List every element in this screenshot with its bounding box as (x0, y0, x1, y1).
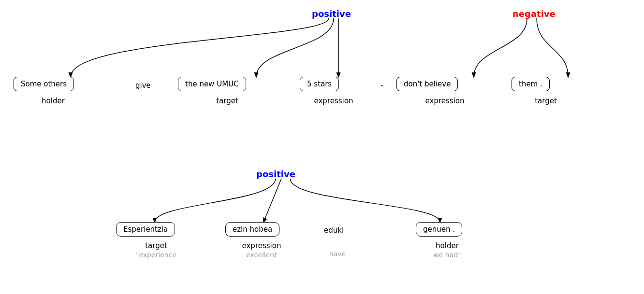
positive-label-1: positive (312, 9, 351, 19)
label-eduki-translation: have (318, 250, 357, 258)
word-dash: - (381, 81, 383, 90)
label-esperientzia-translation: "experience (122, 251, 190, 259)
node-dont-believe: don't believe (396, 77, 458, 91)
label-5-stars-role: expression (305, 97, 363, 105)
label-some-others-role: holder (24, 97, 82, 105)
word-give: give (135, 81, 151, 90)
label-ezin-hobea-role: expression (230, 241, 293, 250)
label-them-role: target (522, 97, 570, 105)
node-them: them . (512, 77, 550, 91)
label-genuen-role: holder (421, 241, 474, 250)
label-the-new-umuc-role: target (189, 97, 266, 105)
node-5-stars: 5 stars (300, 77, 339, 91)
svg-line-1 (263, 179, 281, 222)
label-genuen-translation: we had" (418, 251, 476, 259)
node-genuen: genuen . (416, 222, 462, 237)
node-some-others: Some others (14, 77, 74, 91)
word-eduki: eduki (324, 226, 344, 235)
negative-label-1: negative (512, 9, 556, 19)
label-dont-believe-role: expression (406, 97, 483, 105)
node-esperientzia: Esperientzia (116, 222, 175, 237)
positive-label-2: positive (256, 169, 295, 179)
node-the-new-umuc: the new UMUC (178, 77, 246, 91)
node-ezin-hobea: ezin hobea (225, 222, 279, 237)
label-esperientzia-role: target (122, 241, 190, 250)
label-ezin-hobea-translation: excellent (230, 251, 293, 259)
